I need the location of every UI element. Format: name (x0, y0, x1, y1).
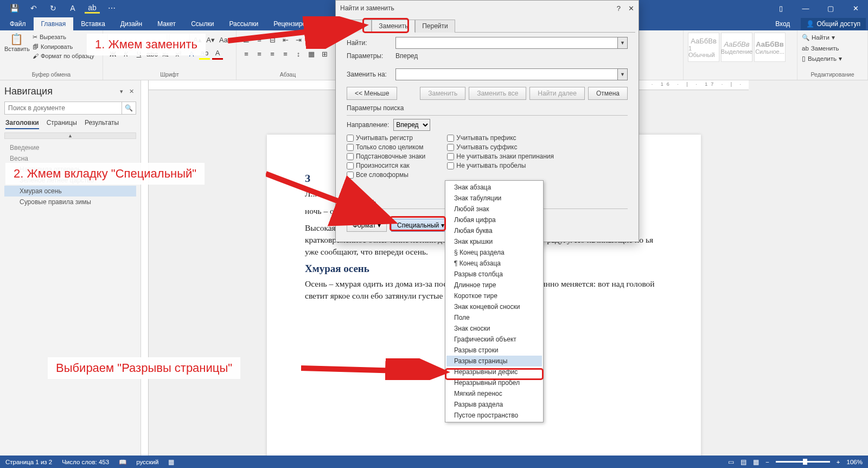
search-option[interactable]: Только слово целиком (347, 143, 425, 151)
tab-mailings[interactable]: Рассылки (221, 17, 266, 30)
special-menu-item[interactable]: Знак сноски (446, 323, 542, 334)
nav-close-icon[interactable]: ✕ (129, 88, 136, 94)
less-button[interactable]: << Меньше (347, 87, 397, 100)
dialog-help-icon[interactable]: ? (617, 4, 621, 12)
special-menu-item[interactable]: Разрыв строки (446, 345, 542, 356)
replace-input[interactable]: ▼ (395, 68, 628, 80)
sort-icon[interactable]: A↓ (306, 34, 317, 46)
special-menu-item[interactable]: Разрыв страницы (446, 356, 542, 366)
status-page[interactable]: Страница 1 из 2 (5, 459, 52, 465)
dialog-close-icon[interactable]: ✕ (628, 4, 634, 12)
nav-outline-item[interactable]: Введение (4, 142, 136, 153)
special-menu-item[interactable]: Любой знак (446, 204, 542, 214)
find-input[interactable]: ▼ (395, 37, 628, 49)
special-menu-item[interactable]: Длинное тире (446, 280, 542, 290)
align-right-icon[interactable]: ≡ (267, 48, 278, 60)
status-language[interactable]: русский (136, 459, 158, 465)
special-menu-item[interactable]: Любая цифра (446, 214, 542, 225)
borders-icon[interactable]: ⊞ (319, 48, 330, 60)
tab-design[interactable]: Дизайн (113, 17, 150, 30)
special-menu-item[interactable]: Поле (446, 312, 542, 323)
special-menu-item[interactable]: Графический объект (446, 334, 542, 345)
qat-more-icon[interactable]: ⋯ (104, 4, 119, 12)
special-menu-item[interactable]: Короткое тире (446, 290, 542, 301)
special-menu-item[interactable]: Пустое пространство (446, 410, 542, 421)
close-window-icon[interactable]: ✕ (843, 0, 868, 16)
status-macro-icon[interactable]: ▦ (168, 458, 174, 466)
zoom-in-icon[interactable]: + (837, 459, 840, 465)
shading-icon[interactable]: ▦ (306, 48, 317, 60)
chevron-down-icon[interactable]: ▼ (617, 37, 627, 48)
search-option[interactable]: Произносится как (347, 162, 425, 169)
direction-select[interactable]: Вперед (393, 119, 430, 131)
zoom-level[interactable]: 106% (847, 459, 863, 465)
chevron-down-icon[interactable]: ▼ (617, 69, 627, 80)
copy-button[interactable]: 🗐Копировать (33, 42, 94, 52)
cut-button[interactable]: ✂Вырезать (33, 33, 94, 42)
search-option[interactable]: Учитывать суффикс (447, 143, 554, 151)
special-menu-item[interactable]: Знак табуляции (446, 193, 542, 204)
undo-icon[interactable]: ↶ (26, 4, 41, 12)
special-menu-item[interactable]: Знак концевой сноски (446, 301, 542, 312)
find-next-button[interactable]: Найти далее (529, 87, 585, 100)
redo-icon[interactable]: ↻ (46, 4, 61, 12)
format-button[interactable]: Формат ▾ (347, 219, 387, 232)
style-normal[interactable]: АаБбВв1 Обычный (688, 33, 719, 62)
nav-tab-pages[interactable]: Страницы (47, 119, 77, 129)
view-print-icon[interactable]: ▤ (741, 458, 746, 466)
nav-outline-item[interactable]: Суровые правила зимы (4, 197, 136, 207)
zoom-out-icon[interactable]: − (765, 459, 769, 465)
multilevel-icon[interactable]: ⊟ (267, 34, 278, 46)
dialog-tab-find[interactable]: Найти (339, 20, 372, 33)
special-menu-item[interactable]: Разрыв раздела (446, 399, 542, 410)
special-menu-item[interactable]: ¶ Конец абзаца (446, 258, 542, 269)
shrink-font-icon[interactable]: A▾ (205, 34, 216, 46)
special-menu-item[interactable]: Неразрывный пробел (446, 377, 542, 388)
search-option[interactable]: Не учитывать знаки препинания (447, 153, 554, 160)
search-icon[interactable]: 🔍 (122, 102, 136, 114)
nav-search-input[interactable] (5, 102, 122, 114)
align-center-icon[interactable]: ≡ (254, 48, 265, 60)
dialog-tab-goto[interactable]: Перейти (415, 20, 455, 33)
bullets-icon[interactable]: ☰ (241, 34, 252, 46)
special-menu-item[interactable]: Неразрывный дефис (446, 366, 542, 377)
nav-search[interactable]: 🔍 (4, 102, 136, 115)
numbering-icon[interactable]: ≡ (254, 34, 265, 46)
replace-all-button[interactable]: Заменить все (469, 87, 526, 100)
tab-file[interactable]: Файл (2, 17, 34, 30)
search-option[interactable]: Все словоформы (347, 171, 425, 179)
select-button[interactable]: ▯Выделить ▾ (802, 54, 863, 65)
search-option[interactable]: Учитывать префикс (447, 134, 554, 142)
special-menu-item[interactable]: § Конец раздела (446, 247, 542, 258)
share-button[interactable]: 👤Общий доступ (801, 18, 866, 30)
special-menu-item[interactable]: Знак абзаца (446, 182, 542, 193)
find-button[interactable]: 🔍Найти ▾ (802, 33, 863, 43)
justify-icon[interactable]: ≡ (280, 48, 291, 60)
maximize-icon[interactable]: ▢ (818, 0, 843, 16)
special-menu-item[interactable]: Мягкий перенос (446, 388, 542, 399)
outdent-icon[interactable]: ⇤ (280, 34, 291, 46)
nav-tab-headings[interactable]: Заголовки (5, 119, 39, 129)
nav-dropdown-icon[interactable]: ▾ (120, 88, 125, 94)
view-read-icon[interactable]: ▭ (728, 458, 734, 466)
nav-collapse-bar[interactable]: ▲ (4, 132, 136, 139)
nav-outline-item[interactable]: Хмурая осень (4, 186, 136, 197)
ribbon-display-icon[interactable]: ▯ (768, 0, 793, 16)
special-menu-item[interactable]: Разрыв столбца (446, 269, 542, 280)
status-words[interactable]: Число слов: 453 (62, 459, 109, 465)
dialog-titlebar[interactable]: Найти и заменить ? ✕ (336, 1, 639, 16)
minimize-icon[interactable]: ― (793, 0, 818, 16)
save-icon[interactable]: 💾 (7, 4, 22, 12)
special-button[interactable]: Специальный ▾ (391, 219, 450, 232)
nav-outline-item[interactable]: Весна (4, 153, 136, 164)
replace-button[interactable]: Заменить (420, 87, 465, 100)
font-color-icon[interactable]: A (65, 4, 80, 12)
cancel-button[interactable]: Отмена (588, 87, 628, 100)
replace-button[interactable]: abЗаменить (802, 43, 863, 54)
view-web-icon[interactable]: ▦ (753, 458, 759, 466)
align-left-icon[interactable]: ≡ (241, 48, 252, 60)
tab-layout[interactable]: Макет (150, 17, 183, 30)
tab-insert[interactable]: Вставка (73, 17, 113, 30)
status-spellcheck-icon[interactable]: 📖 (119, 458, 126, 466)
font-color-icon[interactable]: A (212, 48, 223, 60)
